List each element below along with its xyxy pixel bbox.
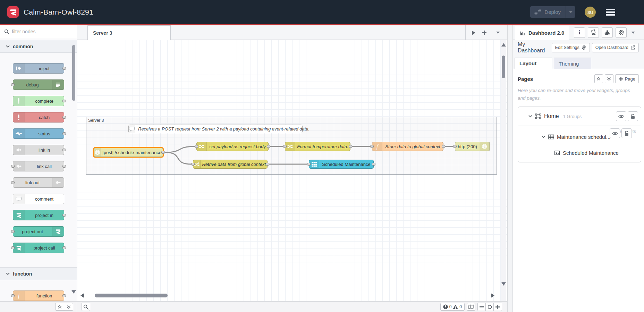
flow-canvas[interactable]: Server 3 Receives a POST request from Se… [77,40,507,301]
flow-node-retrive-data-from-global-context[interactable]: Retrive data from global context [193,160,268,169]
canvas-vscroll-thumb[interactable] [502,56,505,78]
sidebar-splitter[interactable] [507,25,513,312]
tab-dashboard-2[interactable]: Dashboard 2.0 [515,26,569,40]
toggle-visibility-button[interactable] [616,111,626,121]
filter-nodes-input[interactable] [12,29,64,34]
palette-node-debug[interactable]: debug [13,79,64,90]
node-input-port[interactable] [11,230,15,233]
node-input-port[interactable] [11,83,15,86]
info-sidebar-button[interactable]: i [574,27,585,38]
palette-node-function[interactable]: ffunction [13,290,64,301]
palette-node-catch[interactable]: catch [13,112,64,123]
node-input-port[interactable] [453,145,457,148]
deploy-options-button[interactable] [566,6,575,18]
tree-item-page-home[interactable]: Home 1 Groups [518,107,641,126]
tab-theming[interactable]: Theming [554,58,591,69]
tab-server-3[interactable]: Server 3 [87,25,171,40]
toggle-lock-button[interactable] [628,111,638,121]
chevron-down-icon [528,115,532,118]
palette-node-complete[interactable]: complete [13,96,64,106]
user-avatar[interactable]: su [585,7,596,18]
flow-status-badge[interactable]: 0 0 [440,303,465,311]
flow-node-http-200[interactable]: http (200) [455,142,490,151]
zoom-reset-button[interactable] [486,303,494,311]
comment-node[interactable]: Receives a POST request from Server 2 wi… [128,125,303,133]
node-input-port[interactable] [11,165,15,168]
toggle-visibility-button[interactable] [610,128,620,138]
add-flow-button[interactable] [480,27,489,38]
palette-node-comment[interactable]: comment [13,194,64,204]
scroll-up-arrow[interactable] [501,42,506,48]
node-output-port[interactable] [62,246,66,249]
node-output-port[interactable] [62,116,66,119]
node-output-port[interactable] [62,67,66,70]
scroll-left-arrow[interactable] [79,293,85,298]
tab-scroll-right-button[interactable] [469,27,478,38]
minimap-toggle-button[interactable] [467,303,475,311]
sidebar-menu-caret[interactable] [632,32,635,34]
node-output-port[interactable] [161,151,165,154]
tab-layout[interactable]: Layout [515,58,552,69]
scroll-right-arrow[interactable] [490,293,495,298]
palette-node-link-call[interactable]: link call [13,161,64,171]
toggle-lock-button[interactable] [621,128,632,138]
search-flows-button[interactable] [82,303,90,311]
palette-node-link-out[interactable]: link out [13,177,64,188]
node-output-port[interactable] [62,100,66,102]
flow-node-post-schedule-maintenance[interactable]: [post] /schedule-maintenance [94,148,163,157]
node-output-port[interactable] [62,132,66,135]
node-output-port[interactable] [266,163,269,166]
palette-category-common[interactable]: common [0,40,77,53]
palette-node-inject[interactable]: inject [13,63,64,74]
flow-list-button[interactable] [493,27,502,38]
flow-node-store-data-to-global-context[interactable]: fStore data to global context [372,142,443,151]
node-input-port[interactable] [307,163,311,166]
node-input-port[interactable] [195,145,198,148]
node-output-port[interactable] [349,145,352,148]
flow-node-scheduled-maintenance[interactable]: Scheduled Maintenance [309,160,374,169]
debug-sidebar-button[interactable] [602,27,613,38]
add-page-button[interactable]: Page [615,74,639,83]
zoom-out-button[interactable] [478,303,486,311]
deploy-button[interactable]: Deploy [530,6,575,18]
collapse-all-pages-button[interactable] [594,74,603,83]
node-input-port[interactable] [11,181,15,184]
node-input-port[interactable] [191,163,195,166]
node-label: project in [25,213,64,218]
tree-item-group-maintenance[interactable]: Maintenance schedul... 1 Widgets [518,126,641,145]
node-output-port[interactable] [372,163,375,166]
collapse-all-categories-button[interactable] [55,303,64,311]
canvas-vertical-scrollbar[interactable] [501,40,506,301]
flow-node-set-payload-as-request-body[interactable]: set payload as request body [196,142,269,151]
palette-node-project-out[interactable]: project out [13,226,64,237]
scroll-down-arrow[interactable] [501,281,506,287]
node-input-port[interactable] [283,145,287,148]
zoom-in-button[interactable] [494,303,502,311]
canvas-hscroll-thumb[interactable] [95,294,168,297]
palette-node-status[interactable]: status [13,128,64,139]
palette-category-function[interactable]: function [0,267,77,280]
node-input-port[interactable] [370,145,374,148]
palette-node-project-call[interactable]: project call [13,243,64,253]
expand-all-categories-button[interactable] [64,303,73,311]
palette-scrollbar-thumb[interactable] [72,45,75,101]
main-menu-button[interactable] [606,9,615,16]
config-sidebar-button[interactable] [616,27,627,38]
node-output-port[interactable] [62,214,66,217]
help-sidebar-button[interactable] [588,27,599,38]
node-output-port[interactable] [62,294,66,297]
flow-node-format-temperature-data[interactable]: Format temperature data. [285,142,350,151]
node-output-port[interactable] [62,165,66,168]
palette-scroll-down-arrow[interactable] [71,289,76,295]
node-input-port[interactable] [11,294,15,297]
node-output-port[interactable] [62,149,66,151]
node-output-port[interactable] [267,145,270,148]
expand-all-pages-button[interactable] [605,74,613,83]
node-output-port[interactable] [442,145,445,148]
open-dashboard-button[interactable]: Open Dashboard [592,43,639,52]
palette-node-link-in[interactable]: link in [13,145,64,155]
edit-settings-button[interactable]: Edit Settings [552,43,590,52]
palette-node-project-in[interactable]: project in [13,210,64,220]
node-input-port[interactable] [11,246,15,249]
tree-item-widget-scheduled-maintenance[interactable]: Scheduled Maintenance [518,145,641,162]
